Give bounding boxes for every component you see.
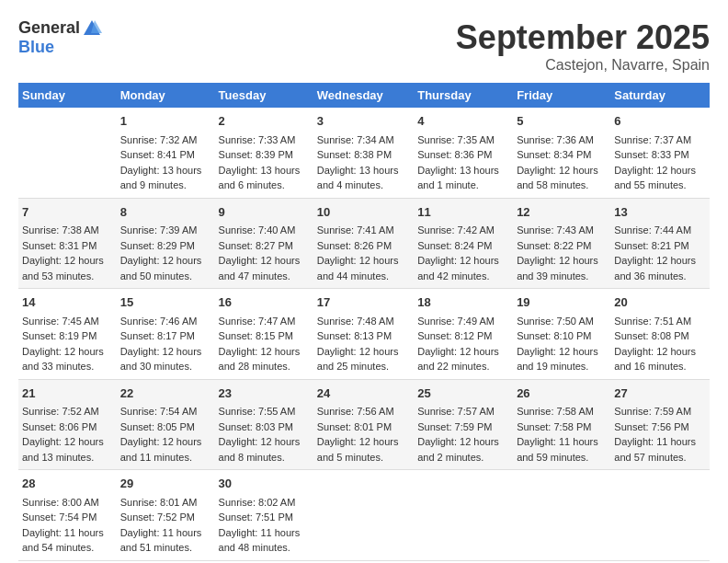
sunset-text: Sunset: 7:51 PM (219, 510, 310, 525)
day-number: 25 (417, 385, 509, 403)
week-row-2: 7Sunrise: 7:38 AMSunset: 8:31 PMDaylight… (18, 198, 710, 289)
sunrise-text: Sunrise: 8:02 AM (219, 495, 310, 511)
day-number: 7 (22, 203, 113, 222)
daylight-text: Daylight: 12 hours and 22 minutes. (417, 344, 509, 374)
sunset-text: Sunset: 8:19 PM (22, 328, 113, 344)
cell-w3d6: 19Sunrise: 7:50 AMSunset: 8:10 PMDayligh… (513, 289, 610, 380)
sunrise-text: Sunrise: 7:59 AM (614, 404, 706, 419)
header-wednesday: Wednesday (313, 83, 414, 108)
header-friday: Friday (513, 83, 610, 108)
day-number: 12 (517, 203, 607, 222)
cell-w5d2: 29Sunrise: 8:01 AMSunset: 7:52 PMDayligh… (117, 470, 215, 561)
day-number: 26 (517, 385, 607, 403)
cell-w3d2: 15Sunrise: 7:46 AMSunset: 8:17 PMDayligh… (117, 289, 215, 380)
sunset-text: Sunset: 8:26 PM (317, 238, 410, 254)
day-number: 28 (22, 475, 113, 493)
sunrise-text: Sunrise: 7:55 AM (219, 404, 310, 419)
cell-w5d5 (414, 470, 513, 561)
sunrise-text: Sunrise: 7:36 AM (517, 132, 607, 148)
logo: General Blue (18, 18, 102, 57)
daylight-text: Daylight: 12 hours and 44 minutes. (317, 253, 410, 283)
sunset-text: Sunset: 8:38 PM (317, 147, 410, 163)
sunset-text: Sunset: 8:31 PM (22, 238, 113, 254)
daylight-text: Daylight: 12 hours and 53 minutes. (22, 253, 113, 283)
day-number: 18 (417, 293, 509, 312)
sunrise-text: Sunrise: 8:00 AM (22, 495, 113, 511)
sunrise-text: Sunrise: 7:58 AM (517, 404, 607, 419)
header-tuesday: Tuesday (215, 83, 313, 108)
day-number: 20 (614, 293, 706, 312)
sunrise-text: Sunrise: 7:38 AM (22, 223, 113, 238)
sunrise-text: Sunrise: 7:43 AM (517, 223, 607, 238)
sunrise-text: Sunrise: 7:57 AM (417, 404, 509, 419)
logo-blue: Blue (18, 38, 54, 56)
day-number: 6 (614, 112, 706, 131)
daylight-text: Daylight: 12 hours and 47 minutes. (219, 253, 310, 283)
sunrise-text: Sunrise: 7:48 AM (317, 314, 410, 329)
cell-w4d6: 26Sunrise: 7:58 AMSunset: 7:58 PMDayligh… (513, 379, 610, 470)
sunrise-text: Sunrise: 7:50 AM (517, 314, 607, 329)
day-number: 4 (417, 112, 509, 131)
sunset-text: Sunset: 8:08 PM (614, 328, 706, 344)
sunrise-text: Sunrise: 7:35 AM (417, 132, 509, 148)
sunset-text: Sunset: 8:03 PM (219, 419, 310, 435)
day-number: 21 (22, 385, 113, 403)
day-number: 29 (120, 475, 211, 493)
daylight-text: Daylight: 12 hours and 8 minutes. (219, 434, 310, 465)
daylight-text: Daylight: 12 hours and 50 minutes. (120, 253, 211, 283)
logo-icon (82, 18, 102, 39)
cell-w4d3: 23Sunrise: 7:55 AMSunset: 8:03 PMDayligh… (215, 379, 313, 470)
day-number: 15 (120, 293, 211, 312)
week-row-1: 1Sunrise: 7:32 AMSunset: 8:41 PMDaylight… (18, 108, 710, 198)
daylight-text: Daylight: 11 hours and 57 minutes. (614, 434, 706, 465)
sunset-text: Sunset: 8:33 PM (614, 147, 706, 163)
sunset-text: Sunset: 7:58 PM (517, 419, 607, 435)
daylight-text: Daylight: 12 hours and 13 minutes. (22, 434, 113, 465)
sunset-text: Sunset: 8:41 PM (120, 147, 211, 163)
daylight-text: Daylight: 12 hours and 5 minutes. (317, 434, 410, 465)
calendar-header-row: SundayMondayTuesdayWednesdayThursdayFrid… (18, 83, 710, 108)
week-row-4: 21Sunrise: 7:52 AMSunset: 8:06 PMDayligh… (18, 379, 710, 470)
sunset-text: Sunset: 8:13 PM (317, 328, 410, 344)
daylight-text: Daylight: 12 hours and 42 minutes. (417, 253, 509, 283)
sunset-text: Sunset: 8:21 PM (614, 238, 706, 254)
day-number: 9 (219, 203, 310, 222)
daylight-text: Daylight: 11 hours and 48 minutes. (219, 525, 310, 556)
calendar-body: 1Sunrise: 7:32 AMSunset: 8:41 PMDaylight… (18, 108, 710, 560)
sunrise-text: Sunrise: 7:39 AM (120, 223, 211, 238)
day-number: 19 (517, 293, 607, 312)
day-number: 5 (517, 112, 607, 131)
page-header: General Blue September 2025 Castejon, Na… (18, 18, 710, 74)
cell-w4d2: 22Sunrise: 7:54 AMSunset: 8:05 PMDayligh… (117, 379, 215, 470)
cell-w1d3: 2Sunrise: 7:33 AMSunset: 8:39 PMDaylight… (215, 108, 313, 198)
sunrise-text: Sunrise: 7:54 AM (120, 404, 211, 419)
cell-w5d3: 30Sunrise: 8:02 AMSunset: 7:51 PMDayligh… (215, 470, 313, 561)
header-saturday: Saturday (610, 83, 710, 108)
cell-w1d1 (18, 108, 117, 198)
sunrise-text: Sunrise: 7:44 AM (614, 223, 706, 238)
daylight-text: Daylight: 12 hours and 33 minutes. (22, 344, 113, 374)
sunrise-text: Sunrise: 7:49 AM (417, 314, 509, 329)
sunrise-text: Sunrise: 7:37 AM (614, 132, 706, 148)
header-thursday: Thursday (414, 83, 513, 108)
day-number: 13 (614, 203, 706, 222)
cell-w1d6: 5Sunrise: 7:36 AMSunset: 8:34 PMDaylight… (513, 108, 610, 198)
sunrise-text: Sunrise: 7:32 AM (120, 132, 211, 148)
day-number: 27 (614, 385, 706, 403)
cell-w5d4 (313, 470, 414, 561)
sunrise-text: Sunrise: 7:41 AM (317, 223, 410, 238)
cell-w2d5: 11Sunrise: 7:42 AMSunset: 8:24 PMDayligh… (414, 198, 513, 289)
location-title: Castejon, Navarre, Spain (456, 57, 710, 74)
calendar-table: SundayMondayTuesdayWednesdayThursdayFrid… (18, 83, 710, 561)
cell-w4d5: 25Sunrise: 7:57 AMSunset: 7:59 PMDayligh… (414, 379, 513, 470)
sunrise-text: Sunrise: 7:46 AM (120, 314, 211, 329)
week-row-3: 14Sunrise: 7:45 AMSunset: 8:19 PMDayligh… (18, 289, 710, 380)
day-number: 8 (120, 203, 211, 222)
day-number: 10 (317, 203, 410, 222)
daylight-text: Daylight: 12 hours and 36 minutes. (614, 253, 706, 283)
title-block: September 2025 Castejon, Navarre, Spain (456, 18, 710, 74)
sunrise-text: Sunrise: 7:56 AM (317, 404, 410, 419)
week-row-5: 28Sunrise: 8:00 AMSunset: 7:54 PMDayligh… (18, 470, 710, 561)
sunrise-text: Sunrise: 7:51 AM (614, 314, 706, 329)
sunset-text: Sunset: 8:17 PM (120, 328, 211, 344)
